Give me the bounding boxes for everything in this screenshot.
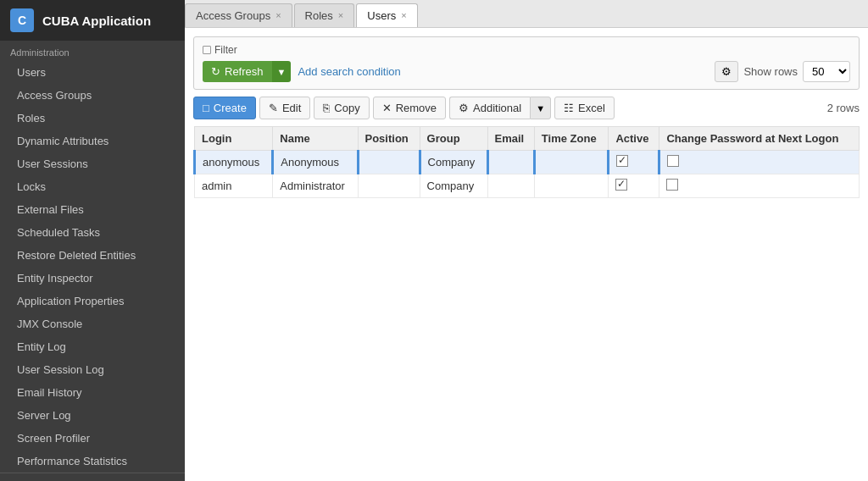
sidebar-item-app-properties[interactable]: Application Properties xyxy=(0,290,185,312)
table-body: anonymousAnonymousCompanyadminAdministra… xyxy=(195,151,860,198)
additional-gear-icon: ⚙ xyxy=(459,102,469,114)
excel-icon: ☷ xyxy=(564,102,574,114)
sidebar-item-dynamic-attributes[interactable]: Dynamic Attributes xyxy=(0,130,185,152)
tab-roles[interactable]: Roles× xyxy=(294,3,355,27)
sidebar-item-locks[interactable]: Locks xyxy=(0,175,185,198)
copy-icon: ⎘ xyxy=(323,102,330,114)
create-icon: □ xyxy=(203,102,209,114)
table-header: LoginNamePositionGroupEmailTime ZoneActi… xyxy=(195,127,860,151)
toolbar: □ Create ✎ Edit ⎘ Copy ✕ Remove ⚙ Additi… xyxy=(193,97,860,119)
sidebar-item-scheduled-tasks[interactable]: Scheduled Tasks xyxy=(0,221,185,244)
app-title: CUBA Application xyxy=(42,14,151,28)
table-row[interactable]: adminAdministratorCompany xyxy=(195,174,860,198)
edit-button[interactable]: ✎ Edit xyxy=(259,97,310,119)
sidebar-item-server-log[interactable]: Server Log xyxy=(0,404,185,427)
active-checkbox[interactable] xyxy=(616,155,628,167)
settings-button[interactable]: ⚙ xyxy=(715,61,738,82)
tab-access-groups[interactable]: Access Groups× xyxy=(185,3,292,27)
tab-bar: Access Groups×Roles×Users× xyxy=(185,0,868,28)
col-header-email: Email xyxy=(487,127,534,151)
edit-icon: ✎ xyxy=(269,102,278,114)
show-rows-select[interactable]: 50 100 200 xyxy=(803,61,850,82)
table-row[interactable]: anonymousAnonymousCompany xyxy=(195,151,860,174)
additional-button[interactable]: ⚙ Additional xyxy=(449,97,530,119)
col-header-group: Group xyxy=(420,127,487,151)
remove-icon: ✕ xyxy=(382,102,392,114)
refresh-button[interactable]: ↻ Refresh xyxy=(203,61,272,82)
excel-button[interactable]: ☷ Excel xyxy=(554,97,615,119)
tab-close-users[interactable]: × xyxy=(401,11,406,20)
sidebar-item-roles[interactable]: Roles xyxy=(0,107,185,130)
tab-close-roles[interactable]: × xyxy=(338,11,343,20)
sidebar-item-access-groups[interactable]: Access Groups xyxy=(0,84,185,107)
refresh-icon: ↻ xyxy=(211,65,220,78)
sidebar-item-email-history[interactable]: Email History xyxy=(0,381,185,404)
sidebar-item-user-session-log[interactable]: User Session Log xyxy=(0,358,185,381)
refresh-dropdown-button[interactable]: ▼ xyxy=(272,61,292,82)
show-rows-label: Show rows xyxy=(743,65,798,78)
sidebar-item-jmx-console[interactable]: JMX Console xyxy=(0,312,185,335)
col-header-position: Position xyxy=(358,127,420,151)
col-header-change-password-at-next-logon: Change Password at Next Logon xyxy=(659,127,860,151)
remove-button[interactable]: ✕ Remove xyxy=(373,97,446,119)
sidebar-items: UsersAccess GroupsRolesDynamic Attribute… xyxy=(0,61,185,473)
sidebar-item-user-sessions[interactable]: User Sessions xyxy=(0,152,185,175)
data-table: LoginNamePositionGroupEmailTime ZoneActi… xyxy=(193,126,860,198)
sidebar-item-entity-inspector[interactable]: Entity Inspector xyxy=(0,267,185,290)
sidebar-header: C CUBA Application xyxy=(0,0,185,41)
add-search-condition-link[interactable]: Add search condition xyxy=(298,65,400,78)
change-password-checkbox[interactable] xyxy=(667,155,679,167)
change-password-checkbox[interactable] xyxy=(666,179,678,191)
filter-label: Filter xyxy=(203,44,850,56)
sidebar-item-performance-stats[interactable]: Performance Statistics xyxy=(0,450,185,473)
sidebar-item-restore-deleted[interactable]: Restore Deleted Entities xyxy=(0,244,185,267)
copy-button[interactable]: ⎘ Copy xyxy=(314,97,369,119)
sidebar-item-users[interactable]: Users xyxy=(0,61,185,84)
sidebar-item-screen-profiler[interactable]: Screen Profiler xyxy=(0,427,185,450)
sidebar: C CUBA Application Administration UsersA… xyxy=(0,0,185,481)
main-content: Access Groups×Roles×Users× Filter ↻ Refr… xyxy=(185,0,868,481)
active-checkbox[interactable] xyxy=(615,179,627,191)
content-area: Filter ↻ Refresh ▼ Add search condition … xyxy=(185,28,868,481)
additional-btn-group: ⚙ Additional ▼ xyxy=(449,97,551,119)
col-header-name: Name xyxy=(273,127,358,151)
rows-count: 2 rows xyxy=(827,102,860,114)
col-header-time-zone: Time Zone xyxy=(534,127,609,151)
tab-users[interactable]: Users× xyxy=(356,3,417,27)
filter-controls: ↻ Refresh ▼ Add search condition ⚙ Show … xyxy=(203,61,850,82)
sidebar-item-entity-log[interactable]: Entity Log xyxy=(0,335,185,358)
sidebar-section-administration: Administration xyxy=(0,41,185,61)
tab-close-access-groups[interactable]: × xyxy=(275,11,281,20)
col-header-active: Active xyxy=(609,127,659,151)
filter-right: ⚙ Show rows 50 100 200 xyxy=(715,61,850,82)
refresh-btn-group: ↻ Refresh ▼ xyxy=(203,61,291,82)
filter-left: ↻ Refresh ▼ Add search condition xyxy=(203,61,401,82)
additional-dropdown-button[interactable]: ▼ xyxy=(530,97,551,119)
col-header-login: Login xyxy=(195,127,273,151)
create-button[interactable]: □ Create xyxy=(193,97,256,119)
app-icon: C xyxy=(10,8,34,32)
table-header-row: LoginNamePositionGroupEmailTime ZoneActi… xyxy=(195,127,860,151)
sidebar-item-external-files[interactable]: External Files xyxy=(0,198,185,221)
filter-bar: Filter ↻ Refresh ▼ Add search condition … xyxy=(193,36,860,90)
sidebar-item-help[interactable]: Help xyxy=(0,473,185,481)
